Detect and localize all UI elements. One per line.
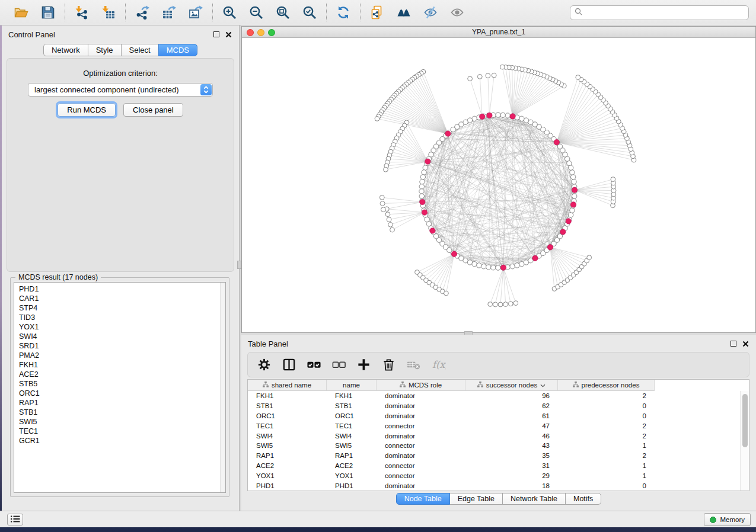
run-mcds-button[interactable]: Run MCDS <box>58 103 116 117</box>
float-table-panel-icon[interactable] <box>731 341 736 347</box>
table-row[interactable]: TEC1TEC1connector472 <box>248 421 740 431</box>
main-toolbar-groups <box>5 0 474 25</box>
close-window-icon[interactable] <box>247 29 254 36</box>
mcds-result-item[interactable]: PHD1 <box>19 284 225 294</box>
import-table-icon[interactable] <box>100 4 117 21</box>
import-network-icon[interactable] <box>73 4 91 21</box>
zoom-selected-icon[interactable] <box>301 4 318 21</box>
tab-style[interactable]: Style <box>88 44 122 56</box>
table-row[interactable]: ORC1ORC1dominator610 <box>248 411 740 421</box>
mcds-result-item[interactable]: PMA2 <box>19 351 225 360</box>
close-panel-icon[interactable] <box>225 31 232 38</box>
select-all-icon[interactable] <box>307 357 321 372</box>
add-icon[interactable] <box>356 357 371 372</box>
export-table-icon[interactable] <box>160 4 178 21</box>
cell-predecessor-nodes: 2 <box>558 452 655 459</box>
deselect-all-icon[interactable] <box>331 357 346 372</box>
mcds-result-item[interactable]: SWI4 <box>19 332 225 341</box>
eye-icon[interactable] <box>448 4 466 21</box>
cell-shared-name: FKH1 <box>248 392 327 399</box>
cell-MCDS-role: connector <box>377 472 465 479</box>
save-session-icon[interactable] <box>39 4 57 21</box>
mcds-result-item[interactable]: CAR1 <box>19 294 225 303</box>
search-box[interactable] <box>570 5 749 20</box>
close-panel-button[interactable]: Close panel <box>123 103 183 117</box>
refresh-icon[interactable] <box>334 4 352 21</box>
mcds-result-item[interactable]: ACE2 <box>19 370 225 379</box>
cell-name: STB1 <box>327 402 377 409</box>
table-row[interactable]: STB1STB1dominator620 <box>248 401 740 411</box>
column-header-predecessor-nodes[interactable]: predecessor nodes <box>558 380 655 391</box>
eye-slash-icon[interactable] <box>422 4 439 21</box>
column-header-name[interactable]: name <box>327 380 377 391</box>
open-folder-icon[interactable] <box>12 4 30 21</box>
network-window-titlebar[interactable]: YPA_prune.txt_1 <box>242 27 755 38</box>
optimization-criterion-select[interactable]: largest connected component (undirected) <box>28 83 213 97</box>
table-row[interactable]: SWI5SWI5connector431 <box>248 441 740 451</box>
mcds-result-item[interactable]: STB5 <box>19 379 225 389</box>
sort-desc-icon <box>540 382 546 389</box>
cell-MCDS-role: dominator <box>377 452 465 459</box>
table-tab-edge-table[interactable]: Edge Table <box>449 493 503 505</box>
cell-shared-name: YOX1 <box>248 472 327 479</box>
mcds-result-item[interactable]: ORC1 <box>19 389 225 398</box>
table-tab-network-table[interactable]: Network Table <box>502 493 566 505</box>
zoom-out-icon[interactable] <box>247 4 265 21</box>
table-scrollbar[interactable] <box>740 391 749 491</box>
node-table: shared namenameMCDS rolesuccessor nodesp… <box>247 379 749 491</box>
zoom-fit-icon[interactable] <box>274 4 292 21</box>
binoculars-icon[interactable] <box>395 4 413 21</box>
mcds-result-list[interactable]: PHD1CAR1STP4TID3YOX1SWI4SRD1PMA2FKH1ACE2… <box>14 282 226 493</box>
cell-name: RAP1 <box>327 452 377 459</box>
tab-mcds[interactable]: MCDS <box>158 44 197 56</box>
mcds-result-item[interactable]: STB1 <box>19 408 225 417</box>
table-row[interactable]: RAP1RAP1dominator352 <box>248 451 740 461</box>
export-network-icon[interactable] <box>133 4 151 21</box>
mcds-result-item[interactable]: GCR1 <box>19 436 225 446</box>
tab-network[interactable]: Network <box>43 44 88 56</box>
columns-icon[interactable] <box>282 357 296 372</box>
mcds-list-scrollbar[interactable] <box>220 283 225 492</box>
tab-select[interactable]: Select <box>121 44 159 56</box>
mcds-result-item[interactable]: TEC1 <box>19 427 225 436</box>
search-input[interactable] <box>585 8 744 17</box>
maximize-window-icon[interactable] <box>268 29 275 36</box>
column-label: MCDS role <box>409 382 442 389</box>
export-image-icon[interactable] <box>187 4 205 21</box>
column-type-icon <box>263 382 269 389</box>
minimize-window-icon[interactable] <box>257 29 264 36</box>
table-row[interactable]: PHD1PHD1dominator180 <box>248 480 740 491</box>
mcds-result-item[interactable]: STP4 <box>19 303 225 313</box>
mcds-result-item[interactable]: YOX1 <box>19 322 225 332</box>
gear-icon[interactable] <box>257 357 272 372</box>
memory-button[interactable]: Memory <box>704 513 751 526</box>
fx-icon: f(x) <box>431 357 446 372</box>
table-row[interactable]: SWI4SWI4dominator462 <box>248 431 740 441</box>
network-graph[interactable] <box>242 38 755 332</box>
zoom-in-icon[interactable] <box>221 4 238 21</box>
cell-MCDS-role: dominator <box>377 412 465 419</box>
task-history-button[interactable] <box>7 514 23 525</box>
table-row[interactable]: ACE2ACE2connector311 <box>248 461 740 471</box>
mcds-result-group: MCDS result (17 nodes) PHD1CAR1STP4TID3Y… <box>10 277 229 497</box>
mcds-result-item[interactable]: TID3 <box>19 313 225 322</box>
table-tab-node-table[interactable]: Node Table <box>396 493 450 505</box>
column-header-shared-name[interactable]: shared name <box>248 380 327 391</box>
mcds-result-item[interactable]: RAP1 <box>19 398 225 408</box>
list-icon <box>11 515 20 524</box>
share-document-icon[interactable] <box>368 4 386 21</box>
column-header-successor-nodes[interactable]: successor nodes <box>465 380 558 391</box>
trash-icon[interactable] <box>381 357 396 372</box>
mcds-result-item[interactable]: FKH1 <box>19 360 225 370</box>
float-panel-icon[interactable] <box>213 31 219 37</box>
table-row[interactable]: YOX1YOX1connector291 <box>248 470 740 480</box>
cell-name: SWI4 <box>327 432 377 440</box>
column-header-MCDS-role[interactable]: MCDS role <box>377 380 465 391</box>
table-scrollbar-thumb[interactable] <box>742 394 748 447</box>
table-row[interactable]: FKH1FKH1dominator962 <box>248 391 740 401</box>
mcds-result-item[interactable]: SRD1 <box>19 341 225 351</box>
network-canvas[interactable] <box>242 38 755 332</box>
mcds-result-item[interactable]: SWI5 <box>19 417 225 427</box>
close-table-panel-icon[interactable] <box>742 341 749 347</box>
table-tab-motifs[interactable]: Motifs <box>565 493 601 505</box>
